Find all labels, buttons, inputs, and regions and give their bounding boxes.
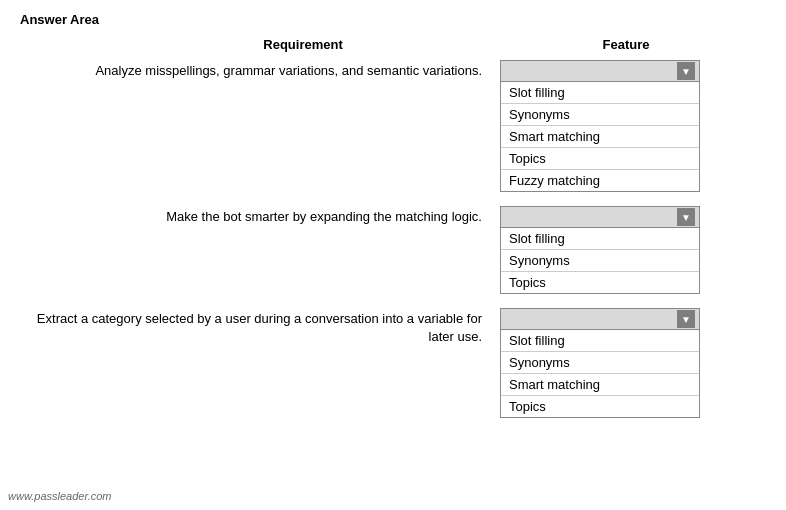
answer-area-title: Answer Area (20, 12, 766, 27)
dropdown-list-2: Slot fillingSynonymsTopics (500, 228, 700, 294)
dropdown-item-3-3[interactable]: Smart matching (501, 374, 699, 396)
dropdown-item-3-2[interactable]: Synonyms (501, 352, 699, 374)
dropdown-item-2-1[interactable]: Slot filling (501, 228, 699, 250)
dropdown-header-3[interactable]: ▼ (500, 308, 700, 330)
dropdown-item-1-2[interactable]: Synonyms (501, 104, 699, 126)
requirement-text-2: Make the bot smarter by expanding the ma… (20, 206, 500, 226)
dropdown-header-2[interactable]: ▼ (500, 206, 700, 228)
qa-row-2: Make the bot smarter by expanding the ma… (20, 206, 766, 294)
feature-container-3: ▼Slot fillingSynonymsSmart matchingTopic… (500, 308, 700, 418)
dropdown-item-1-1[interactable]: Slot filling (501, 82, 699, 104)
feature-container-2: ▼Slot fillingSynonymsTopics (500, 206, 700, 294)
dropdown-item-2-2[interactable]: Synonyms (501, 250, 699, 272)
requirement-header: Requirement (80, 37, 526, 52)
feature-container-1: ▼Slot fillingSynonymsSmart matchingTopic… (500, 60, 700, 192)
requirement-text-1: Analyze misspellings, grammar variations… (20, 60, 500, 80)
dropdown-list-1: Slot fillingSynonymsSmart matchingTopics… (500, 82, 700, 192)
dropdown-header-1[interactable]: ▼ (500, 60, 700, 82)
dropdown-item-1-3[interactable]: Smart matching (501, 126, 699, 148)
requirement-text-3: Extract a category selected by a user du… (20, 308, 500, 346)
dropdown-item-3-1[interactable]: Slot filling (501, 330, 699, 352)
watermark: www.passleader.com (8, 490, 112, 502)
qa-row-3: Extract a category selected by a user du… (20, 308, 766, 418)
dropdown-list-3: Slot fillingSynonymsSmart matchingTopics (500, 330, 700, 418)
feature-header: Feature (526, 37, 726, 52)
dropdown-item-3-4[interactable]: Topics (501, 396, 699, 417)
dropdown-item-2-3[interactable]: Topics (501, 272, 699, 293)
dropdown-arrow-1[interactable]: ▼ (677, 62, 695, 80)
qa-row-1: Analyze misspellings, grammar variations… (20, 60, 766, 192)
dropdown-item-1-5[interactable]: Fuzzy matching (501, 170, 699, 191)
dropdown-arrow-2[interactable]: ▼ (677, 208, 695, 226)
dropdown-item-1-4[interactable]: Topics (501, 148, 699, 170)
dropdown-arrow-3[interactable]: ▼ (677, 310, 695, 328)
